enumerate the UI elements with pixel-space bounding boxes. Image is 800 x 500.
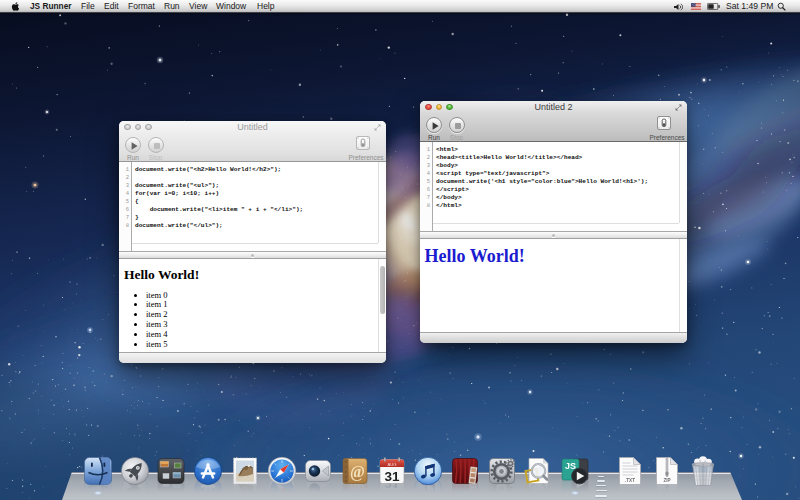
svg-text:ZIP: ZIP xyxy=(663,477,670,482)
svg-text:.TXT: .TXT xyxy=(625,477,635,482)
svg-text:AUG: AUG xyxy=(387,461,396,466)
svg-text:JS: JS xyxy=(565,460,576,470)
svg-text:@: @ xyxy=(350,462,365,480)
svg-text:31: 31 xyxy=(384,468,400,483)
